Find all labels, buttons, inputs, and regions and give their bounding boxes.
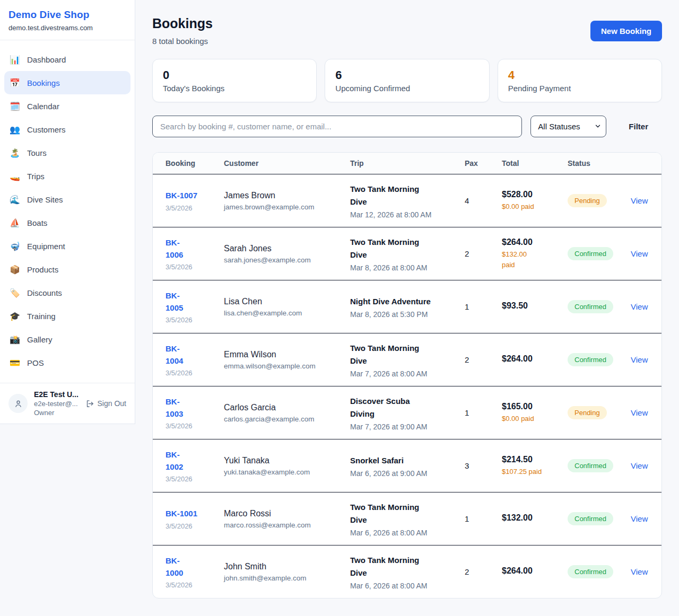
- sidebar-item-training[interactable]: 🎓 Training: [4, 304, 130, 328]
- sidebar-item-pos[interactable]: 💳 POS: [4, 351, 130, 374]
- new-booking-button[interactable]: New Booking: [590, 21, 662, 41]
- page-title: Bookings: [152, 16, 213, 31]
- view-link[interactable]: View: [631, 408, 648, 417]
- booking-id-link[interactable]: BK- 1005: [166, 289, 183, 314]
- page-subtitle: 8 total bookings: [152, 37, 213, 46]
- status-badge: Pending: [568, 406, 607, 419]
- sidebar-item-customers[interactable]: 👥 Customers: [4, 118, 130, 141]
- sidebar-item-tours[interactable]: 🏝️ Tours: [4, 141, 130, 164]
- column-header-trip: Trip: [350, 159, 465, 168]
- booking-id-link[interactable]: BK- 1000: [166, 555, 183, 579]
- booking-id-cell: BK- 1002 3/5/2026: [166, 448, 224, 483]
- stat-value: 0: [163, 68, 306, 82]
- sidebar-item-dive-sites[interactable]: 🌊 Dive Sites: [4, 188, 130, 211]
- sidebar-item-calendar[interactable]: 🗓️ Calendar: [4, 94, 130, 118]
- status-cell: Confirmed: [568, 300, 631, 313]
- status-badge: Confirmed: [568, 300, 613, 313]
- booking-id-link[interactable]: BK- 1006: [166, 236, 183, 261]
- table-row: BK- 1003 3/5/2026 Carlos Garcia carlos.g…: [153, 386, 661, 439]
- customer-email: john.smith@example.com: [224, 574, 350, 582]
- view-cell: View: [631, 461, 661, 471]
- bookings-table: BookingCustomerTripPaxTotalStatus BK-100…: [152, 152, 662, 599]
- sidebar-item-bookings[interactable]: 📅 Bookings: [4, 71, 130, 94]
- paid-amount: $0.00 paid: [502, 201, 568, 212]
- total-cell: $93.50: [502, 301, 568, 313]
- stat-value: 6: [335, 68, 478, 82]
- sidebar-item-boats[interactable]: ⛵ Boats: [4, 211, 130, 234]
- trip-date: Mar 6, 2026 at 8:00 AM: [350, 529, 465, 537]
- view-link[interactable]: View: [631, 355, 648, 364]
- status-cell: Confirmed: [568, 247, 631, 260]
- sidebar-item-label: Gallery: [27, 335, 53, 344]
- total-cell: $264.00: [502, 354, 568, 366]
- view-link[interactable]: View: [631, 461, 648, 470]
- table-row: BK- 1005 3/5/2026 Lisa Chen lisa.chen@ex…: [153, 280, 661, 333]
- view-link[interactable]: View: [631, 567, 648, 576]
- table-row: BK- 1004 3/5/2026 Emma Wilson emma.wilso…: [153, 333, 661, 386]
- pax-cell: 1: [465, 514, 502, 523]
- sidebar-item-trips[interactable]: 🚤 Trips: [4, 164, 130, 188]
- speedboat-icon: 🚤: [10, 171, 20, 181]
- status-filter-select[interactable]: All Statuses: [530, 116, 606, 137]
- sidebar-nav: 📊 Dashboard 📅 Bookings 🗓️ Calendar 👥 Cus…: [0, 40, 135, 383]
- trip-cell: Snorkel Safari Mar 6, 2026 at 9:00 AM: [350, 454, 465, 478]
- booking-date: 3/5/2026: [166, 316, 224, 324]
- booking-date: 3/5/2026: [166, 204, 224, 212]
- trip-cell: Two Tank Morning Dive Mar 6, 2026 at 8:0…: [350, 554, 465, 590]
- pax-cell: 2: [465, 249, 502, 258]
- tag-icon: 🏷️: [10, 288, 20, 298]
- total-amount: $214.50: [502, 455, 568, 464]
- view-link[interactable]: View: [631, 514, 648, 523]
- booking-id-link[interactable]: BK-1007: [166, 189, 197, 201]
- pax-cell: 2: [465, 355, 502, 364]
- trip-cell: Two Tank Morning Dive Mar 6, 2026 at 8:0…: [350, 501, 465, 537]
- status-filter: All Statuses: [530, 116, 606, 137]
- trip-date: Mar 7, 2026 at 9:00 AM: [350, 423, 465, 431]
- user-name: E2E Test U...: [34, 390, 79, 399]
- sailboat-icon: ⛵: [10, 218, 20, 228]
- booking-id-link[interactable]: BK-1001: [166, 507, 197, 520]
- trip-name: Discover Scuba Diving: [350, 395, 465, 420]
- booking-id-link[interactable]: BK- 1002: [166, 448, 183, 473]
- booking-id-cell: BK- 1005 3/5/2026: [166, 289, 224, 324]
- pax-cell: 1: [465, 408, 502, 417]
- customer-email: james.brown@example.com: [224, 203, 350, 211]
- view-link[interactable]: View: [631, 249, 648, 258]
- status-cell: Pending: [568, 194, 631, 207]
- sidebar-item-gallery[interactable]: 📸 Gallery: [4, 328, 130, 351]
- sign-out-button[interactable]: Sign Out: [85, 399, 126, 408]
- brand-name: Demo Dive Shop: [8, 9, 126, 21]
- credit-card-icon: 💳: [10, 358, 20, 368]
- stat-card: 4 Pending Payment: [498, 59, 662, 102]
- sidebar-item-label: Dive Sites: [27, 195, 63, 204]
- sidebar-item-discounts[interactable]: 🏷️ Discounts: [4, 281, 130, 304]
- sidebar-item-label: Training: [27, 312, 56, 321]
- trip-name: Two Tank Morning Dive: [350, 501, 465, 526]
- island-icon: 🏝️: [10, 148, 20, 158]
- search-input[interactable]: [152, 116, 522, 137]
- column-header-pax: Pax: [465, 159, 502, 168]
- calendar-page-icon: 📅: [10, 78, 20, 88]
- sidebar-item-label: Customers: [27, 125, 66, 134]
- trip-cell: Two Tank Morning Dive Mar 8, 2026 at 8:0…: [350, 236, 465, 272]
- view-cell: View: [631, 355, 661, 365]
- view-link[interactable]: View: [631, 196, 648, 205]
- spiral-calendar-icon: 🗓️: [10, 101, 20, 111]
- status-cell: Confirmed: [568, 512, 631, 525]
- view-cell: View: [631, 408, 661, 418]
- sidebar-item-equipment[interactable]: 🤿 Equipment: [4, 234, 130, 258]
- sidebar-item-dashboard[interactable]: 📊 Dashboard: [4, 48, 130, 71]
- booking-id-link[interactable]: BK- 1004: [166, 342, 183, 367]
- pax-cell: 3: [465, 461, 502, 470]
- sidebar-item-products[interactable]: 📦 Products: [4, 258, 130, 281]
- paid-amount: $132.00 paid: [502, 249, 568, 270]
- sidebar-item-label: Bookings: [27, 78, 60, 87]
- stat-value: 4: [508, 68, 651, 82]
- trip-cell: Two Tank Morning Dive Mar 7, 2026 at 8:0…: [350, 342, 465, 378]
- table-row: BK- 1006 3/5/2026 Sarah Jones sarah.jone…: [153, 227, 661, 280]
- table-row: BK-1007 3/5/2026 James Brown james.brown…: [153, 174, 661, 227]
- filter-button[interactable]: Filter: [615, 122, 662, 131]
- view-link[interactable]: View: [631, 302, 648, 311]
- booking-id-link[interactable]: BK- 1003: [166, 395, 183, 420]
- customer-email: carlos.garcia@example.com: [224, 415, 350, 423]
